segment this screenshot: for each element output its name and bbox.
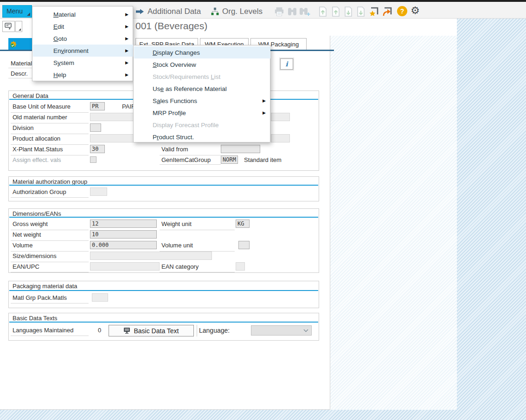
volume-unit-label: Volume unit bbox=[161, 242, 193, 249]
shortcut-jump-icon[interactable] bbox=[382, 6, 393, 17]
menu-item-material[interactable]: Material ▶ bbox=[33, 8, 133, 20]
submenu-item-sales-functions[interactable]: Sales Functions ▶ bbox=[134, 95, 270, 107]
section-title: Dimensions/EANs bbox=[13, 210, 61, 217]
submenu-item-display-forecast-profile: Display Forecast Profile bbox=[134, 119, 270, 131]
help-icon[interactable]: ? bbox=[397, 6, 407, 16]
submenu-arrow-icon: ▶ bbox=[125, 48, 128, 53]
row-divider bbox=[160, 164, 221, 165]
row-divider bbox=[11, 155, 89, 155]
division-field[interactable] bbox=[90, 123, 101, 132]
submenu-arrow-icon: ▶ bbox=[263, 98, 266, 103]
section-title-rule bbox=[9, 322, 318, 323]
text-display-icon bbox=[123, 327, 130, 334]
create-shortcut-icon[interactable] bbox=[368, 6, 379, 17]
submenu-arrow-icon: ▶ bbox=[125, 24, 128, 29]
services-for-object-icon bbox=[5, 23, 13, 30]
submenu-item-stock-requirements-list: Stock/Requirements List bbox=[134, 71, 270, 83]
matl-grp-pack-field[interactable] bbox=[92, 293, 108, 302]
content-side-background bbox=[330, 36, 457, 410]
hidden-right-field-1[interactable] bbox=[271, 113, 290, 121]
settings-gear-icon[interactable]: ⚙ bbox=[409, 4, 421, 18]
section-title: General Data bbox=[13, 92, 48, 99]
authorization-group-field[interactable] bbox=[90, 187, 107, 196]
divider bbox=[197, 325, 197, 336]
environment-submenu-panel: Display Changes Stock Overview Stock/Req… bbox=[133, 45, 270, 142]
old-material-label: Old material number bbox=[13, 114, 67, 121]
section-basic-data-texts: Basic Data Texts Languages Maintained 0 … bbox=[8, 313, 319, 341]
row-divider bbox=[11, 230, 89, 230]
chevron-down-icon bbox=[303, 329, 308, 332]
product-allocation-label: Product allocation bbox=[13, 135, 60, 142]
volume-label: Volume bbox=[13, 242, 32, 249]
submenu-item-display-changes[interactable]: Display Changes bbox=[134, 46, 270, 58]
info-button[interactable]: i bbox=[280, 58, 293, 70]
gross-weight-label: Gross weight bbox=[13, 220, 48, 227]
gross-weight-field[interactable]: 12 bbox=[90, 220, 157, 228]
find-next-icon bbox=[299, 6, 310, 17]
print-icon bbox=[274, 6, 285, 17]
net-weight-field[interactable]: 10 bbox=[90, 230, 157, 239]
net-weight-label: Net weight bbox=[13, 231, 41, 238]
description-label: Descr. bbox=[11, 70, 28, 77]
submenu-item-mrp-profile[interactable]: MRP Profile ▶ bbox=[134, 107, 270, 119]
language-dropdown[interactable] bbox=[251, 325, 312, 336]
page-title: 001 (Beverages) bbox=[135, 20, 207, 32]
submenu-item-use-as-reference-material[interactable]: Use as Reference Material bbox=[134, 83, 270, 95]
section-dimensions-eans: Dimensions/EANs Gross weight 12 Weight u… bbox=[8, 208, 319, 273]
sap-window: Menu Additional Data Org. Levels bbox=[0, 0, 526, 420]
submenu-arrow-icon: ▶ bbox=[125, 36, 128, 41]
info-icon: i bbox=[285, 60, 288, 68]
org-levels-button[interactable]: Org. Levels bbox=[211, 6, 263, 18]
size-dimensions-field[interactable] bbox=[90, 252, 212, 260]
hidden-right-field-2[interactable] bbox=[271, 134, 290, 142]
submenu-arrow-icon: ▶ bbox=[263, 110, 266, 115]
authorization-group-label: Authorization Group bbox=[13, 188, 66, 195]
additional-data-label: Additional Data bbox=[148, 7, 201, 16]
section-title-rule bbox=[9, 185, 318, 186]
submenu-item-product-struct[interactable]: Product Struct. bbox=[134, 131, 270, 143]
org-chart-icon bbox=[211, 7, 219, 16]
row-divider bbox=[11, 272, 89, 272]
dropdown-triangle-icon bbox=[19, 28, 21, 31]
weight-unit-label: Weight unit bbox=[161, 220, 192, 227]
checked-burst-icon bbox=[10, 41, 17, 48]
additional-data-button[interactable]: Additional Data bbox=[136, 6, 201, 18]
valid-from-field[interactable] bbox=[221, 145, 260, 153]
find-icon bbox=[287, 6, 298, 17]
right-arrow-icon bbox=[136, 9, 144, 14]
volume-unit-field[interactable] bbox=[238, 241, 250, 249]
menu-item-help[interactable]: Help ▶ bbox=[33, 69, 133, 81]
services-dropdown-button[interactable] bbox=[15, 21, 22, 32]
services-for-object-button[interactable] bbox=[2, 21, 15, 32]
xplant-status-field[interactable]: 30 bbox=[90, 145, 105, 153]
section-material-authorization: Material authorization group Authorizati… bbox=[8, 176, 319, 201]
section-title: Basic Data Texts bbox=[13, 315, 58, 322]
base-unit-label: Base Unit of Measure bbox=[13, 103, 71, 110]
menu-item-system[interactable]: System ▶ bbox=[33, 57, 133, 69]
assign-effect-checkbox bbox=[90, 156, 96, 163]
first-page-icon bbox=[317, 6, 328, 17]
menu-dropdown-triangle-icon bbox=[27, 13, 30, 16]
basic-data-text-button[interactable]: Basic Data Text bbox=[109, 325, 194, 336]
basic-data-text-label: Basic Data Text bbox=[134, 327, 179, 335]
weight-unit-field[interactable]: KG bbox=[236, 220, 250, 228]
row-divider bbox=[160, 230, 235, 230]
menu-item-goto[interactable]: Goto ▶ bbox=[33, 32, 133, 45]
gear-glyph: ⚙ bbox=[411, 5, 420, 16]
volume-field[interactable]: 0.000 bbox=[90, 241, 157, 249]
language-label: Language: bbox=[199, 327, 230, 334]
base-unit-field[interactable]: PR bbox=[90, 102, 105, 110]
menu-item-edit[interactable]: Edit ▶ bbox=[33, 20, 133, 32]
ean-upc-label: EAN/UPC bbox=[13, 263, 39, 270]
menu-button[interactable]: Menu bbox=[2, 5, 32, 18]
menu-item-environment[interactable]: Environment ▶ bbox=[33, 45, 133, 57]
gen-item-cat-field[interactable]: NORM bbox=[221, 155, 238, 164]
row-divider bbox=[11, 144, 89, 145]
row-divider bbox=[11, 303, 89, 304]
ean-upc-field[interactable] bbox=[90, 262, 160, 271]
submenu-item-stock-overview[interactable]: Stock Overview bbox=[134, 58, 270, 71]
menu-panel: Material ▶ Edit ▶ Goto ▶ Environment ▶ S… bbox=[32, 6, 133, 81]
valid-from-label: Valid from bbox=[161, 146, 188, 153]
submenu-arrow-icon: ▶ bbox=[125, 12, 128, 17]
ean-category-field[interactable] bbox=[236, 262, 245, 271]
